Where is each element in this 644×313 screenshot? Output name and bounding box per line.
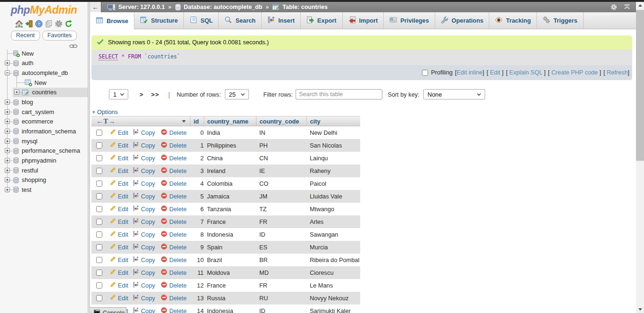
scrollbar-up-button[interactable] [636, 2, 644, 9]
favorites-button[interactable]: Favorites [42, 31, 77, 41]
tree-item-label[interactable]: information_schema [22, 128, 76, 135]
console-toggle[interactable]: Console [90, 307, 126, 313]
sidebar-item-mysql[interactable]: mysql [0, 136, 88, 146]
row-copy-link[interactable]: Copy [132, 231, 155, 239]
tab-browse[interactable]: Browse [90, 12, 134, 30]
phpmyadmin-logo[interactable]: phpMyAdmin [0, 4, 88, 16]
row-edit-link[interactable]: Edit [109, 154, 128, 162]
tab-sql[interactable]: SQL [184, 12, 219, 29]
row-delete-link[interactable]: Delete [161, 167, 187, 175]
tree-item-label[interactable]: test [22, 186, 32, 193]
create-php-code-link[interactable]: Create PHP code [551, 69, 598, 76]
tree-expander-icon[interactable] [5, 109, 10, 115]
refresh-link[interactable]: Refresh [607, 69, 627, 76]
sidebar-item-cart_system[interactable]: cart_system [0, 107, 88, 117]
table-search-input[interactable] [296, 89, 382, 99]
row-edit-link[interactable]: Edit [109, 269, 128, 277]
sidebar-item-auth[interactable]: auth [0, 58, 88, 68]
profiling-label[interactable]: Profiling [431, 69, 453, 76]
row-checkbox[interactable] [96, 142, 102, 148]
sidebar-item-new[interactable]: New [0, 78, 88, 88]
row-copy-link[interactable]: Copy [132, 281, 155, 289]
row-edit-link[interactable]: Edit [109, 281, 128, 289]
row-edit-link[interactable]: Edit [109, 218, 128, 226]
row-edit-link[interactable]: Edit [109, 180, 128, 188]
sort-header-city[interactable]: city [310, 118, 321, 125]
profiling-checkbox[interactable] [422, 70, 428, 76]
next-page-link[interactable]: > [140, 91, 143, 98]
tree-item-label[interactable]: shopping [22, 176, 46, 183]
sort-header-country-name[interactable]: country_name [207, 118, 248, 125]
last-page-link[interactable]: >> [151, 91, 159, 98]
scrollbar-thumb[interactable] [636, 10, 644, 161]
row-edit-link[interactable]: Edit [109, 141, 128, 149]
tree-item-label[interactable]: autocomplete_db [22, 69, 68, 76]
row-checkbox[interactable] [96, 206, 102, 212]
row-copy-link[interactable]: Copy [132, 218, 155, 226]
sidebar-item-information_schema[interactable]: information_schema [0, 126, 88, 136]
row-edit-link[interactable]: Edit [109, 129, 128, 137]
row-delete-link[interactable]: Delete [161, 180, 187, 188]
recent-button[interactable]: Recent [11, 31, 40, 41]
row-copy-link[interactable]: Copy [132, 141, 155, 149]
transpose-icon[interactable]: T [104, 117, 108, 125]
sidebar-item-countries[interactable]: countries [0, 88, 88, 98]
row-copy-link[interactable]: Copy [132, 154, 155, 162]
row-checkbox[interactable] [96, 155, 102, 161]
tree-item-label[interactable]: performance_schema [22, 147, 80, 154]
tree-expander-icon[interactable] [5, 187, 10, 192]
tree-item-label[interactable]: auth [22, 59, 33, 66]
tree-expander-icon[interactable] [5, 99, 10, 105]
page-scrollbar[interactable] [636, 2, 644, 313]
settings-icon[interactable] [55, 20, 63, 28]
row-delete-link[interactable]: Delete [161, 256, 187, 264]
column-visibility-dropdown-icon[interactable] [182, 120, 186, 123]
breadcrumb-label[interactable]: Table: countries [282, 4, 328, 10]
tree-item-label[interactable]: restful [22, 167, 38, 174]
row-checkbox[interactable] [96, 244, 102, 250]
scrollbar-down-button[interactable] [636, 306, 644, 313]
tab-search[interactable]: Search [219, 12, 262, 29]
row-checkbox[interactable] [96, 231, 102, 238]
row-copy-link[interactable]: Copy [132, 205, 155, 213]
row-copy-link[interactable]: Copy [132, 307, 155, 313]
tab-privileges[interactable]: Privileges [384, 12, 435, 29]
row-delete-link[interactable]: Delete [161, 205, 187, 213]
tree-expander-icon[interactable] [5, 158, 10, 163]
edit-link[interactable]: Edit [490, 69, 500, 76]
sort-header-id[interactable]: id [194, 118, 199, 125]
tab-triggers[interactable]: Triggers [537, 12, 584, 29]
sidebar-item-new[interactable]: New [0, 49, 88, 58]
hide-left-arrow-icon[interactable]: ← [96, 117, 103, 125]
tab-export[interactable]: Export [301, 12, 343, 29]
row-checkbox[interactable] [96, 130, 102, 136]
tree-expander-icon[interactable] [5, 148, 10, 153]
tree-item-label[interactable]: New [22, 50, 34, 57]
tab-tracking[interactable]: Tracking [489, 12, 537, 29]
tree-item-label[interactable]: mysql [22, 138, 37, 145]
help-icon[interactable]: ? [35, 20, 43, 28]
sort-by-key-select[interactable]: None [423, 89, 485, 99]
row-checkbox[interactable] [96, 295, 102, 301]
documentation-icon[interactable] [45, 20, 53, 28]
sidebar-item-test[interactable]: test [0, 185, 88, 195]
page-select[interactable]: 1 [109, 89, 128, 99]
breadcrumb-label[interactable]: Server: 127.0.0.1 [118, 4, 165, 10]
edit-inline-link[interactable]: Edit inline [457, 69, 483, 76]
row-copy-link[interactable]: Copy [132, 256, 155, 264]
explain-sql-link[interactable]: Explain SQL [509, 69, 542, 76]
row-delete-link[interactable]: Delete [161, 192, 187, 200]
row-edit-link[interactable]: Edit [109, 231, 128, 239]
row-checkbox[interactable] [96, 219, 102, 225]
tree-expander-icon[interactable] [14, 90, 19, 95]
row-delete-link[interactable]: Delete [161, 231, 187, 239]
row-checkbox[interactable] [96, 257, 102, 263]
row-delete-link[interactable]: Delete [161, 243, 187, 251]
row-copy-link[interactable]: Copy [132, 243, 155, 251]
row-delete-link[interactable]: Delete [161, 141, 187, 149]
row-edit-link[interactable]: Edit [109, 243, 128, 251]
sidebar-item-autocomplete_db[interactable]: autocomplete_db [0, 68, 88, 78]
collapse-sidebar-button[interactable]: ← [90, 2, 101, 12]
tab-import[interactable]: Import [343, 12, 384, 29]
row-copy-link[interactable]: Copy [132, 129, 155, 137]
